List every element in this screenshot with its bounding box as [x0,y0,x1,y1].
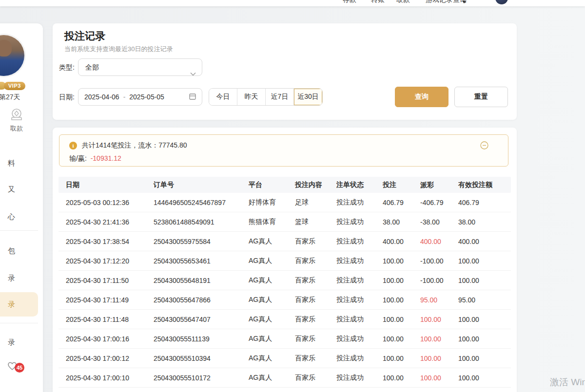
search-button[interactable]: 查询 [395,87,448,107]
cell-status: 投注成功 [336,276,383,285]
cell-valid: 100.00 [458,374,512,382]
collapse-minus-icon[interactable] [480,141,488,151]
cell-date: 2025-04-30 17:38:54 [66,238,154,245]
cell-payout: -38.00 [420,218,458,226]
cell-content: 百家乐 [295,354,336,363]
cell-platform: AG真人 [249,296,295,304]
table-row: 2025-04-30 21:41:365238061488549091熊猫体育篮… [58,212,511,232]
table-row: 2025-04-30 17:38:54250430055975584AG真人百家… [58,232,511,251]
cell-content: 百家乐 [295,296,336,304]
info-icon: i [69,142,77,149]
cell-order: 250430055511139 [154,335,249,343]
sidebar-item-records-1[interactable]: 录 [8,274,15,283]
user-avatar[interactable] [495,0,508,4]
calendar-icon [189,93,196,101]
cell-content: 足球 [295,198,336,207]
date-start-value: 2025-04-06 [84,93,119,101]
table-header-col-payout: 派彩 [420,181,458,189]
cell-payout: 95.00 [420,296,458,304]
records-card: i 共计1414笔投注，流水：77745.80 输/赢: -10931.12 日… [53,128,517,392]
date-end-value: 2025-05-05 [129,93,164,101]
cell-valid: 400.00 [458,238,512,245]
sidebar: VIP3 第27天 取款 料 又 心 包 录 录 录 45 [0,23,43,392]
cell-date: 2025-04-30 17:12:20 [66,257,154,265]
cell-platform: 好博体育 [249,198,295,207]
cell-payout: 100.00 [420,335,458,343]
cell-status: 投注成功 [336,257,383,265]
type-filter-label: 类型: [59,63,75,72]
type-select-value: 全部 [85,63,99,71]
date-separator: - [123,93,126,101]
cell-valid: 406.79 [458,199,512,206]
cell-status: 投注成功 [336,296,383,304]
quick-date-button-2[interactable]: 近7日 [266,89,294,105]
cell-date: 2025-04-30 17:11:48 [66,316,154,323]
sidebar-item-rights[interactable]: 又 [8,185,15,194]
cell-date: 2025-04-30 21:41:36 [66,218,154,226]
cell-status: 投注成功 [336,218,383,226]
page-subtitle: 当前系统支持查询最近30日的投注记录 [64,45,173,54]
cell-order: 5238061488549091 [154,218,249,226]
table-header-col-status: 注单状态 [336,181,383,189]
topnav-item-withdraw[interactable]: 取款 [396,0,410,4]
cell-platform: AG真人 [249,373,295,382]
cell-content: 百家乐 [295,237,336,246]
sidebar-item-profile[interactable]: 料 [8,159,15,168]
cell-status: 投注成功 [336,354,383,363]
table-body: 2025-05-03 00:12:361446496505245467897好博… [58,193,511,388]
cell-content: 百家乐 [295,335,336,343]
sidebar-active-item-bg [0,292,38,317]
summary-totals-text: 共计1414笔投注，流水：77745.80 [82,141,187,150]
profile-avatar[interactable] [0,35,24,76]
sidebar-item-bet-records[interactable]: 录 [8,300,15,309]
topnav-item-game-records[interactable]: 游戏记录查询 [426,0,467,4]
table-header-col-content: 投注内容 [295,181,336,189]
reset-button[interactable]: 重置 [454,87,508,107]
sidebar-item-records-2[interactable]: 录 [8,338,15,347]
cell-status: 投注成功 [336,315,383,324]
cell-bet: 100.00 [383,335,420,343]
topnav-item-transfer[interactable]: 转账 [371,0,385,4]
cell-status: 投注成功 [336,373,383,382]
sidebar-item-center[interactable]: 心 [8,212,15,222]
notification-badge: 45 [15,363,24,373]
cell-platform: AG真人 [249,237,295,246]
cell-payout: 400.00 [420,238,458,245]
cell-payout: -406.79 [420,199,458,206]
cell-date: 2025-04-30 17:00:10 [66,374,154,382]
sidebar-withdraw-shortcut[interactable]: 取款 [7,107,26,133]
sidebar-item-redpacket[interactable]: 包 [8,246,15,256]
cell-bet: 100.00 [383,257,420,265]
quick-date-button-group: 今日昨天近7日近30日 [209,88,323,106]
quick-date-button-0[interactable]: 今日 [209,89,237,105]
quick-date-button-1[interactable]: 昨天 [237,89,266,105]
sidebar-divider [0,323,38,323]
table-row: 2025-04-30 17:00:12250430055510394AG真人百家… [58,349,511,368]
cell-order: 250430055647866 [154,296,249,304]
table-row: 2025-04-30 17:11:50250430055648191AG真人百家… [58,271,511,290]
topnav-item-deposit[interactable]: 存款 [343,0,356,4]
cell-bet: 400.00 [383,238,420,245]
cell-content: 百家乐 [295,257,336,265]
sidebar-divider [0,230,38,231]
table-header-col-platform: 平台 [249,181,295,189]
type-select[interactable]: 全部 [78,58,202,76]
cell-order: 250430055510394 [154,355,249,362]
cell-content: 百家乐 [295,373,336,382]
cell-valid: 38.00 [458,218,512,226]
cell-order: 250430055975584 [154,238,249,245]
top-navbar: 存款 转账 取款 游戏记录查询 [0,0,585,6]
cell-valid: 95.00 [458,296,512,304]
cell-bet: 100.00 [383,277,420,284]
cell-content: 篮球 [295,218,336,226]
cell-content: 百家乐 [295,315,336,324]
chevron-down-icon [190,65,196,82]
quick-date-button-3[interactable]: 近30日 [294,89,322,105]
table-header-col-order: 订单号 [154,181,249,189]
cell-payout: -100.00 [420,277,458,284]
date-range-picker[interactable]: 2025-04-06 - 2025-05-05 [78,88,202,106]
cell-order: 250430055510172 [154,374,249,382]
table-row: 2025-04-30 17:12:20250430055653461AG真人百家… [58,251,511,271]
cell-platform: AG真人 [249,276,295,285]
cell-platform: AG真人 [249,257,295,265]
